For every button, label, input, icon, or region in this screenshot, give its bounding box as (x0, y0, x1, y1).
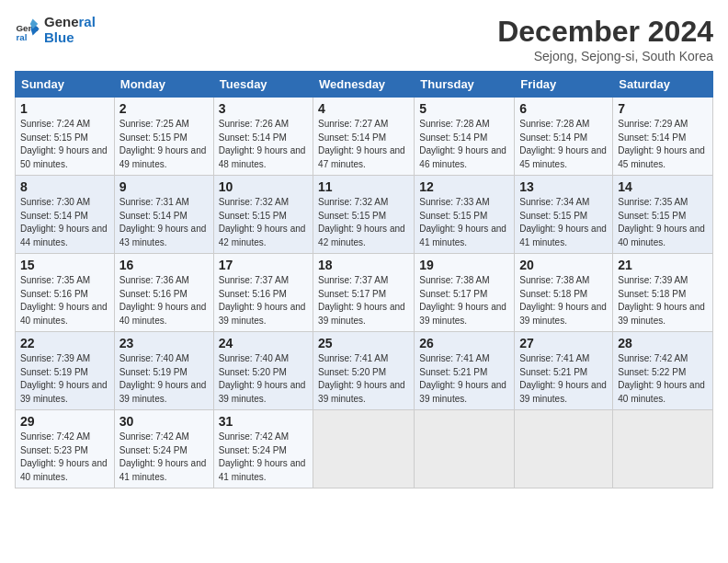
day-cell-22: 22 Sunrise: 7:39 AMSunset: 5:19 PMDaylig… (16, 332, 115, 410)
day-cell-17: 17 Sunrise: 7:37 AMSunset: 5:16 PMDaylig… (213, 254, 313, 332)
day-cell-24: 24 Sunrise: 7:40 AMSunset: 5:20 PMDaylig… (213, 332, 313, 410)
empty-cell (515, 410, 613, 488)
empty-cell (613, 410, 713, 488)
day-number: 20 (519, 258, 608, 272)
day-info: Sunrise: 7:34 AMSunset: 5:15 PMDaylight:… (519, 197, 607, 247)
day-info: Sunrise: 7:33 AMSunset: 5:15 PMDaylight:… (419, 197, 506, 247)
day-info: Sunrise: 7:40 AMSunset: 5:20 PMDaylight:… (219, 353, 306, 404)
day-info: Sunrise: 7:29 AMSunset: 5:14 PMDaylight:… (618, 119, 705, 169)
day-cell-20: 20 Sunrise: 7:38 AMSunset: 5:18 PMDaylig… (515, 254, 613, 332)
day-info: Sunrise: 7:37 AMSunset: 5:17 PMDaylight:… (318, 275, 405, 326)
day-cell-7: 7 Sunrise: 7:29 AMSunset: 5:14 PMDayligh… (613, 98, 713, 176)
day-info: Sunrise: 7:28 AMSunset: 5:14 PMDaylight:… (419, 119, 506, 169)
calendar-week-2: 8 Sunrise: 7:30 AMSunset: 5:14 PMDayligh… (16, 176, 713, 254)
day-cell-15: 15 Sunrise: 7:35 AMSunset: 5:16 PMDaylig… (16, 254, 115, 332)
day-number: 25 (318, 336, 409, 350)
col-header-tuesday: Tuesday (213, 72, 313, 98)
day-number: 15 (20, 258, 109, 272)
day-info: Sunrise: 7:36 AMSunset: 5:16 PMDaylight:… (119, 275, 207, 326)
day-number: 1 (20, 101, 109, 116)
day-number: 6 (519, 101, 608, 116)
day-number: 19 (419, 258, 509, 272)
day-info: Sunrise: 7:32 AMSunset: 5:15 PMDaylight:… (219, 197, 306, 247)
logo-blue-text: Blue (44, 30, 96, 46)
calendar-week-3: 15 Sunrise: 7:35 AMSunset: 5:16 PMDaylig… (16, 254, 713, 332)
col-header-friday: Friday (515, 72, 613, 98)
day-number: 24 (219, 336, 308, 350)
logo: Gene ral General Blue (15, 15, 96, 45)
day-number: 3 (219, 101, 308, 116)
day-number: 18 (318, 258, 409, 272)
day-cell-3: 3 Sunrise: 7:26 AMSunset: 5:14 PMDayligh… (213, 98, 313, 176)
day-cell-29: 29 Sunrise: 7:42 AMSunset: 5:23 PMDaylig… (16, 410, 115, 488)
day-cell-31: 31 Sunrise: 7:42 AMSunset: 5:24 PMDaylig… (213, 410, 313, 488)
day-number: 26 (419, 336, 509, 350)
day-number: 21 (618, 258, 708, 272)
day-cell-23: 23 Sunrise: 7:40 AMSunset: 5:19 PMDaylig… (114, 332, 213, 410)
day-info: Sunrise: 7:38 AMSunset: 5:18 PMDaylight:… (519, 275, 607, 326)
day-info: Sunrise: 7:27 AMSunset: 5:14 PMDaylight:… (318, 119, 405, 169)
day-cell-14: 14 Sunrise: 7:35 AMSunset: 5:15 PMDaylig… (613, 176, 713, 254)
location-subtitle: Sejong, Sejong-si, South Korea (497, 49, 713, 63)
day-number: 23 (119, 336, 209, 350)
day-number: 14 (618, 179, 708, 194)
day-info: Sunrise: 7:30 AMSunset: 5:14 PMDaylight:… (20, 197, 108, 247)
day-number: 31 (219, 414, 308, 429)
day-cell-1: 1 Sunrise: 7:24 AMSunset: 5:15 PMDayligh… (16, 98, 115, 176)
day-info: Sunrise: 7:26 AMSunset: 5:14 PMDaylight:… (219, 119, 306, 169)
day-info: Sunrise: 7:41 AMSunset: 5:21 PMDaylight:… (419, 353, 506, 404)
day-cell-10: 10 Sunrise: 7:32 AMSunset: 5:15 PMDaylig… (213, 176, 313, 254)
day-number: 28 (618, 336, 708, 350)
day-cell-28: 28 Sunrise: 7:42 AMSunset: 5:22 PMDaylig… (613, 332, 713, 410)
day-number: 16 (119, 258, 209, 272)
day-cell-12: 12 Sunrise: 7:33 AMSunset: 5:15 PMDaylig… (415, 176, 515, 254)
day-cell-26: 26 Sunrise: 7:41 AMSunset: 5:21 PMDaylig… (415, 332, 515, 410)
day-info: Sunrise: 7:24 AMSunset: 5:15 PMDaylight:… (20, 119, 108, 169)
day-number: 27 (519, 336, 608, 350)
svg-text:ral: ral (16, 32, 27, 42)
day-info: Sunrise: 7:41 AMSunset: 5:20 PMDaylight:… (318, 353, 405, 404)
day-number: 22 (20, 336, 109, 350)
col-header-monday: Monday (114, 72, 213, 98)
col-header-saturday: Saturday (613, 72, 713, 98)
day-info: Sunrise: 7:39 AMSunset: 5:19 PMDaylight:… (20, 353, 108, 404)
day-info: Sunrise: 7:35 AMSunset: 5:15 PMDaylight:… (618, 197, 705, 247)
day-info: Sunrise: 7:28 AMSunset: 5:14 PMDaylight:… (519, 119, 607, 169)
day-number: 8 (20, 179, 109, 194)
title-block: December 2024 Sejong, Sejong-si, South K… (497, 15, 713, 63)
day-cell-5: 5 Sunrise: 7:28 AMSunset: 5:14 PMDayligh… (415, 98, 515, 176)
calendar-week-5: 29 Sunrise: 7:42 AMSunset: 5:23 PMDaylig… (16, 410, 713, 488)
day-info: Sunrise: 7:42 AMSunset: 5:22 PMDaylight:… (618, 353, 705, 404)
day-number: 29 (20, 414, 109, 429)
day-cell-9: 9 Sunrise: 7:31 AMSunset: 5:14 PMDayligh… (114, 176, 213, 254)
col-header-wednesday: Wednesday (313, 72, 415, 98)
day-info: Sunrise: 7:39 AMSunset: 5:18 PMDaylight:… (618, 275, 705, 326)
empty-cell (313, 410, 415, 488)
logo-text: General (44, 15, 96, 30)
day-info: Sunrise: 7:35 AMSunset: 5:16 PMDaylight:… (20, 275, 108, 326)
day-cell-11: 11 Sunrise: 7:32 AMSunset: 5:15 PMDaylig… (313, 176, 415, 254)
day-cell-21: 21 Sunrise: 7:39 AMSunset: 5:18 PMDaylig… (613, 254, 713, 332)
general-blue-logo-icon: Gene ral (15, 17, 40, 43)
day-info: Sunrise: 7:38 AMSunset: 5:17 PMDaylight:… (419, 275, 506, 326)
day-number: 2 (119, 101, 209, 116)
day-number: 4 (318, 101, 409, 116)
day-cell-13: 13 Sunrise: 7:34 AMSunset: 5:15 PMDaylig… (515, 176, 613, 254)
day-cell-27: 27 Sunrise: 7:41 AMSunset: 5:21 PMDaylig… (515, 332, 613, 410)
col-header-sunday: Sunday (16, 72, 115, 98)
day-number: 12 (419, 179, 509, 194)
day-cell-6: 6 Sunrise: 7:28 AMSunset: 5:14 PMDayligh… (515, 98, 613, 176)
day-info: Sunrise: 7:41 AMSunset: 5:21 PMDaylight:… (519, 353, 607, 404)
day-info: Sunrise: 7:32 AMSunset: 5:15 PMDaylight:… (318, 197, 405, 247)
empty-cell (415, 410, 515, 488)
day-number: 5 (419, 101, 509, 116)
day-number: 9 (119, 179, 209, 194)
day-cell-2: 2 Sunrise: 7:25 AMSunset: 5:15 PMDayligh… (114, 98, 213, 176)
calendar-table: SundayMondayTuesdayWednesdayThursdayFrid… (15, 71, 713, 488)
calendar-week-4: 22 Sunrise: 7:39 AMSunset: 5:19 PMDaylig… (16, 332, 713, 410)
day-cell-30: 30 Sunrise: 7:42 AMSunset: 5:24 PMDaylig… (114, 410, 213, 488)
day-info: Sunrise: 7:42 AMSunset: 5:23 PMDaylight:… (20, 431, 108, 482)
day-info: Sunrise: 7:40 AMSunset: 5:19 PMDaylight:… (119, 353, 207, 404)
day-info: Sunrise: 7:31 AMSunset: 5:14 PMDaylight:… (119, 197, 207, 247)
day-info: Sunrise: 7:25 AMSunset: 5:15 PMDaylight:… (119, 119, 207, 169)
